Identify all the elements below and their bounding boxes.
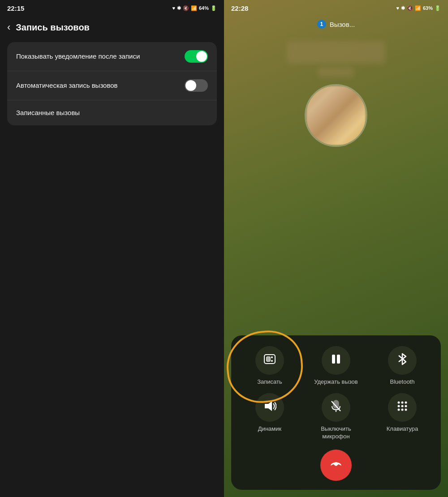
speaker-icon [263,400,276,416]
keypad-icon-wrap [388,393,417,422]
svg-point-16 [405,405,407,407]
time-right: 22:28 [231,4,248,12]
caller-sub-blurred [318,67,354,77]
end-call-icon [329,457,343,474]
call-badge: 1 [317,20,326,29]
recorded-calls-label: Записанные вызовы [16,108,80,117]
svg-point-18 [401,408,404,411]
mute-icon-wrap [322,393,350,422]
battery-icon-left: 🔋 [211,5,217,11]
record-icon [263,352,276,369]
auto-record-label: Автоматическая запись вызовов [16,81,118,90]
svg-rect-2 [267,357,270,361]
header-bar: ‹ Запись вызовов [0,16,224,39]
svg-point-14 [398,405,400,407]
time-left: 22:15 [7,4,24,12]
svg-rect-6 [337,355,340,364]
status-bar-right: 22:28 ♥ ✱ 🔇 📶 63% 🔋 [224,0,448,16]
status-icons-left: ♥ ✱ 🔇 📶 64% 🔋 [172,5,217,11]
status-icons-right: ♥ ✱ 🔇 📶 63% 🔋 [396,5,441,11]
svg-point-11 [398,401,400,403]
svg-point-3 [271,356,273,358]
call-notification-bar: 1 Вызов... [224,16,448,32]
toggle-knob-on [196,51,207,62]
right-screen: 22:28 ♥ ✱ 🔇 📶 63% 🔋 1 Вызов... [224,0,448,497]
bluetooth-status-icon: ✱ [177,5,181,11]
show-notification-toggle[interactable] [185,50,208,63]
toggle-knob-off [185,80,196,91]
bluetooth-button[interactable]: Bluetooth [373,346,432,386]
speaker-button[interactable]: Динамик [240,393,299,441]
mute-icon-status: 🔇 [407,5,413,11]
end-call-button[interactable] [320,450,352,481]
bluetooth-icon-status: ✱ [401,5,405,11]
page-title: Запись вызовов [16,22,90,33]
auto-record-toggle[interactable] [185,79,208,92]
mute-icon [330,399,342,416]
mute-label: Выключить микрофон [306,425,366,441]
svg-point-12 [401,401,404,403]
bluetooth-icon-wrap [388,346,417,375]
record-icon-wrap [255,346,284,375]
caller-name-blurred [287,41,385,64]
settings-card: Показывать уведомление после записи Авто… [7,42,217,125]
battery-right: 63% [423,5,433,11]
signal-icon: 📶 [191,5,197,11]
left-screen: 22:15 ♥ ✱ 🔇 📶 64% 🔋 ‹ Запись вызовов Пок… [0,0,224,497]
bluetooth-icon [397,352,408,369]
svg-point-4 [271,360,273,362]
controls-grid: Записать Удержать вызов [240,346,432,441]
svg-point-13 [405,401,407,403]
speaker-label: Динамик [258,425,281,433]
battery-icon-right: 🔋 [435,5,441,11]
svg-marker-7 [265,401,272,411]
settings-item-show-notification: Показывать уведомление после записи [7,42,217,71]
caller-avatar [305,84,367,147]
svg-point-19 [405,408,407,411]
settings-item-auto-record: Автоматическая запись вызовов [7,71,217,100]
caller-info-area [224,32,448,331]
call-controls-panel: Записать Удержать вызов [231,335,441,490]
heart-icon: ♥ [172,5,175,11]
svg-rect-5 [332,355,335,364]
bluetooth-label: Bluetooth [390,378,415,386]
call-notif-text: Вызов... [330,21,355,28]
hold-icon-wrap [322,346,350,375]
hold-label: Удержать вызов [314,378,358,386]
mute-button[interactable]: Выключить микрофон [306,393,366,441]
pause-icon [330,353,342,368]
avatar-image-blur [306,86,366,146]
keypad-label: Клавиатура [387,425,418,433]
health-icon: ♥ [396,5,399,11]
hold-button[interactable]: Удержать вызов [306,346,366,386]
keypad-icon [396,400,409,416]
end-call-row [240,450,432,481]
back-button[interactable]: ‹ [7,21,10,33]
status-bar-left: 22:15 ♥ ✱ 🔇 📶 64% 🔋 [0,0,224,16]
svg-point-15 [401,405,404,407]
signal-icon-right: 📶 [415,5,421,11]
battery-left: 64% [199,5,209,11]
record-button[interactable]: Записать [240,346,299,386]
svg-point-17 [398,408,400,411]
show-notification-label: Показывать уведомление после записи [16,52,140,61]
mute-status-icon: 🔇 [183,5,189,11]
record-label: Записать [257,378,282,386]
keypad-button[interactable]: Клавиатура [373,393,432,441]
speaker-icon-wrap [255,393,284,422]
settings-item-recorded-calls[interactable]: Записанные вызовы [7,100,217,125]
